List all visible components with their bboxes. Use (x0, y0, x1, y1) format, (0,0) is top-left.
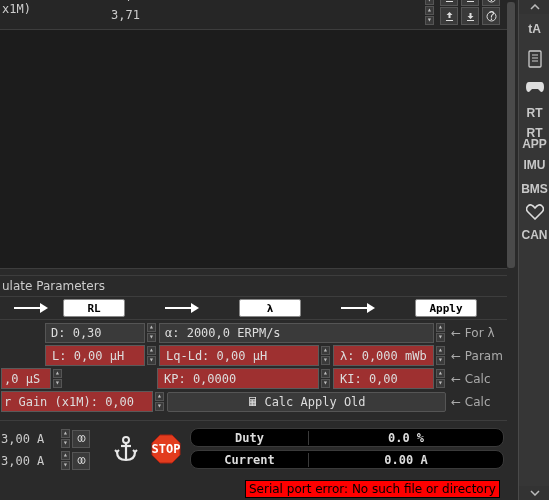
sidebar-rt[interactable]: RT (519, 106, 549, 120)
d-spin-up[interactable]: ▴ (147, 323, 156, 332)
lqld-spin-up[interactable]: ▴ (321, 346, 330, 355)
alpha-spin-up[interactable]: ▴ (436, 323, 445, 332)
svg-text:?: ? (487, 11, 494, 22)
l-spin-up[interactable]: ▴ (147, 346, 156, 355)
download-icon-1[interactable] (461, 0, 479, 6)
spin-down-2[interactable]: ▾ (425, 16, 434, 25)
amps-2[interactable]: 3,00 A (1, 454, 59, 468)
ki-spin-up[interactable]: ▴ (436, 369, 445, 378)
arrow-2 (127, 301, 237, 315)
amps1-down[interactable]: ▾ (61, 439, 70, 448)
sidebar-gamepad-icon[interactable] (519, 80, 549, 94)
row4-tag: ← Calc (448, 395, 508, 409)
apply-button[interactable]: Apply (415, 299, 477, 317)
ki-spin-down[interactable]: ▾ (436, 379, 445, 388)
kp-field[interactable]: KP: 0,0000 (157, 368, 319, 389)
svg-text:STOP: STOP (152, 442, 181, 456)
lam-spin-up[interactable]: ▴ (436, 346, 445, 355)
sidebar-imu[interactable]: IMU (519, 158, 549, 172)
alpha-spin-down[interactable]: ▾ (436, 333, 445, 342)
upload-icon-1[interactable] (440, 0, 458, 6)
sidebar-can[interactable]: CAN (519, 228, 549, 242)
upload-icon-2[interactable] (440, 7, 458, 25)
gain-spin-down[interactable]: ▾ (155, 402, 164, 411)
svg-marker-5 (40, 303, 48, 313)
main-viewport (0, 29, 511, 269)
svg-marker-7 (191, 303, 199, 313)
kp-spin-up[interactable]: ▴ (321, 369, 330, 378)
current-display: Current 0.00 A (190, 450, 504, 469)
rl-button[interactable]: RL (63, 299, 125, 317)
stop-button[interactable]: STOP (151, 434, 181, 464)
sidebar-rtapp[interactable]: RT APP (519, 128, 549, 150)
kp-spin-down[interactable]: ▾ (321, 379, 330, 388)
anchor-icon[interactable] (108, 431, 144, 467)
sidebar-doc-icon[interactable] (519, 50, 549, 68)
help-icon-2[interactable]: ? (482, 7, 500, 25)
duty-value: 0.0 % (309, 431, 503, 445)
duty-label: Duty (191, 431, 309, 445)
amps1-up[interactable]: ▴ (61, 429, 70, 438)
sidebar-scroll-up[interactable] (519, 0, 549, 14)
calc-apply-old-button[interactable]: 🖩 Calc Apply Old (167, 392, 446, 412)
l-spin-down[interactable]: ▾ (147, 356, 156, 365)
row1-tag: ← For λ (448, 326, 508, 340)
serial-error: Serial port error: No such file or direc… (245, 480, 500, 498)
svg-text:?: ? (487, 0, 494, 3)
alpha-field[interactable]: α: 2000,0 ERPM/s (159, 323, 434, 343)
row2-tag: ← Param (448, 349, 508, 363)
gain-spin-up[interactable]: ▴ (155, 392, 164, 401)
link-icon-1[interactable] (72, 430, 90, 448)
calculator-icon: 🖩 (247, 395, 259, 409)
svg-point-14 (123, 437, 129, 443)
link-icon-2[interactable] (72, 452, 90, 470)
download-icon-2[interactable] (461, 7, 479, 25)
sidebar-scroll-down[interactable] (519, 486, 549, 500)
sidebar-heart-icon[interactable] (519, 204, 549, 220)
d-spin-down[interactable]: ▾ (147, 333, 156, 342)
lqld-spin-down[interactable]: ▾ (321, 356, 330, 365)
current-value: 0.00 A (309, 453, 503, 467)
amps2-up[interactable]: ▴ (61, 451, 70, 460)
us-spin-up[interactable]: ▴ (53, 369, 62, 378)
arrow-3 (303, 301, 413, 315)
calc-label: Calc Apply Old (264, 395, 365, 409)
lqld-field[interactable]: Lq-Ld: 0,00 µH (159, 345, 319, 366)
svg-rect-19 (529, 51, 541, 67)
spin-up-2[interactable]: ▴ (425, 6, 434, 15)
current-label: Current (191, 453, 309, 467)
lam-spin-down[interactable]: ▾ (436, 356, 445, 365)
amps2-down[interactable]: ▾ (61, 461, 70, 470)
duty-display: Duty 0.0 % (190, 428, 504, 447)
d-field[interactable]: D: 0,30 (45, 323, 145, 343)
lambda-button[interactable]: λ (239, 299, 301, 317)
top-value-1: 32,17 (111, 0, 424, 2)
row3-tag: ← Calc (448, 372, 508, 386)
us-spin-down[interactable]: ▾ (53, 379, 62, 388)
svg-marker-9 (367, 303, 375, 313)
amps-1[interactable]: 3,00 A (1, 432, 59, 446)
gain-field[interactable]: r Gain (x1M): 0,00 (1, 391, 153, 412)
sidebar-bms[interactable]: BMS (519, 182, 549, 196)
scrollbar-thumb[interactable] (507, 2, 515, 268)
section-title: ulate Parameters (2, 279, 105, 293)
us-field[interactable]: ,0 µS (1, 368, 51, 389)
label-x1m: x1M) (2, 2, 31, 16)
arrow-1 (1, 301, 61, 315)
lambda-field[interactable]: λ: 0,000 mWb (333, 345, 434, 366)
sidebar-ta[interactable]: tA (519, 22, 549, 36)
ki-field[interactable]: KI: 0,00 (333, 368, 434, 389)
help-icon-1[interactable]: ? (482, 0, 500, 6)
top-value-2: 3,71 (111, 8, 424, 22)
l-field[interactable]: L: 0,00 µH (45, 345, 145, 366)
